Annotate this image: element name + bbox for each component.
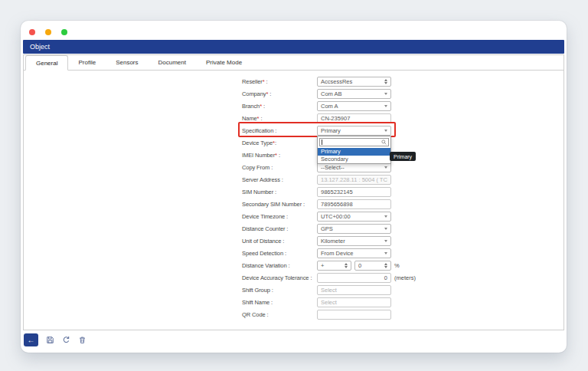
distance-counter-value: GPS bbox=[321, 225, 333, 232]
server-address-input bbox=[317, 175, 391, 185]
specification-dropdown-panel: Primary Secondary bbox=[317, 136, 391, 164]
chevron-down-icon bbox=[384, 228, 387, 230]
shift-group-input[interactable] bbox=[317, 285, 391, 295]
field-row-unit-of-distance: Unit of Distance : Kilometer bbox=[24, 235, 564, 247]
tab-sensors[interactable]: Sensors bbox=[106, 55, 148, 70]
field-row-company: Company* : Com AB bbox=[24, 87, 564, 100]
distance-counter-select[interactable]: GPS bbox=[317, 224, 391, 234]
chevron-down-icon bbox=[384, 240, 387, 242]
stepper-icon bbox=[345, 263, 348, 268]
field-row-copy-from: Copy From : --Select-- bbox=[24, 161, 564, 173]
percent-suffix: % bbox=[394, 262, 400, 269]
shift-name-input[interactable] bbox=[317, 297, 391, 307]
branch-select[interactable]: Com A bbox=[317, 101, 391, 111]
company-value: Com AB bbox=[321, 90, 342, 97]
save-button[interactable] bbox=[45, 336, 54, 345]
company-select[interactable]: Com AB bbox=[317, 89, 391, 99]
chevron-down-icon bbox=[384, 215, 387, 218]
field-row-specification: Specification : Primary bbox=[24, 124, 564, 136]
sim-number-input[interactable] bbox=[317, 187, 391, 197]
field-row-shift-group: Shift Group : bbox=[24, 284, 564, 296]
trash-icon bbox=[78, 336, 87, 344]
field-row-device-accuracy-tolerance: Device Accuracy Tolerance : (meters) bbox=[24, 271, 564, 284]
shift-group-label: Shift Group bbox=[242, 287, 270, 294]
reseller-value: AccsessRes bbox=[321, 78, 352, 85]
reseller-label: Reseller bbox=[242, 78, 263, 85]
dropdown-option-primary[interactable]: Primary bbox=[318, 148, 390, 156]
specification-value: Primary bbox=[321, 127, 341, 134]
unit-of-distance-label: Unit of Distance bbox=[242, 238, 281, 245]
stepper-icon bbox=[384, 79, 387, 84]
shift-name-label: Shift Name bbox=[242, 299, 270, 306]
page-title: Object bbox=[30, 43, 50, 51]
secondary-sim-number-label: Secondary SIM Number bbox=[242, 201, 302, 208]
device-timezone-value: UTC+00:00 bbox=[321, 213, 351, 220]
device-accuracy-tolerance-label: Device Accuracy Tolerance bbox=[242, 274, 309, 281]
tab-general[interactable]: General bbox=[25, 55, 68, 71]
speed-detection-label: Speed Detection bbox=[242, 250, 283, 257]
variation-sign-select[interactable]: + bbox=[317, 261, 351, 271]
text-cursor bbox=[322, 140, 322, 145]
stepper-icon bbox=[384, 263, 387, 268]
dropdown-search-input[interactable] bbox=[319, 138, 389, 146]
reseller-select[interactable]: AccsessRes bbox=[317, 77, 391, 87]
meters-suffix: (meters) bbox=[394, 274, 416, 281]
distance-variation-label: Distance Variation bbox=[242, 262, 287, 269]
field-row-device-timezone: Device Timezone : UTC+00:00 bbox=[24, 210, 564, 222]
speed-detection-select[interactable]: From Device bbox=[317, 248, 391, 258]
minimize-button[interactable] bbox=[45, 29, 51, 35]
field-row-device-type: Device Type*: bbox=[24, 136, 564, 149]
titlebar: Object bbox=[23, 40, 564, 54]
field-row-branch: Branch* : Com A bbox=[24, 100, 564, 112]
tab-profile[interactable]: Profile bbox=[68, 55, 106, 70]
branch-value: Com A bbox=[321, 103, 338, 110]
chevron-down-icon bbox=[384, 93, 387, 95]
field-row-distance-counter: Distance Counter : GPS bbox=[24, 222, 564, 235]
field-row-sim-number: SIM Number : bbox=[24, 186, 564, 198]
save-icon bbox=[46, 336, 54, 344]
field-row-qr-code: QR Code : bbox=[24, 308, 564, 320]
device-timezone-label: Device Timezone bbox=[242, 213, 285, 220]
company-label: Company bbox=[242, 90, 266, 97]
app-window: Object General Profile Sensors Document … bbox=[21, 21, 567, 353]
chevron-down-icon bbox=[384, 105, 387, 107]
device-type-label: Device Type bbox=[242, 140, 273, 146]
secondary-sim-number-input[interactable] bbox=[317, 199, 391, 209]
unit-of-distance-select[interactable]: Kilometer bbox=[317, 236, 391, 246]
dropdown-option-secondary[interactable]: Secondary bbox=[318, 156, 390, 163]
field-row-distance-variation: Distance Variation : + 0 % bbox=[24, 259, 564, 271]
name-input[interactable] bbox=[317, 113, 391, 123]
back-button[interactable]: ← bbox=[24, 333, 38, 346]
field-row-secondary-sim-number: Secondary SIM Number : bbox=[24, 198, 564, 210]
speed-detection-value: From Device bbox=[321, 250, 354, 257]
variation-sign-value: + bbox=[321, 262, 324, 269]
server-address-label: Server Address bbox=[242, 176, 280, 183]
close-button[interactable] bbox=[29, 29, 35, 35]
tab-private-mode[interactable]: Private Mode bbox=[196, 55, 252, 70]
tooltip: Primary bbox=[390, 152, 416, 161]
refresh-button[interactable] bbox=[61, 336, 70, 345]
qr-code-input[interactable] bbox=[317, 310, 391, 320]
field-row-speed-detection: Speed Detection : From Device bbox=[24, 247, 564, 259]
delete-button[interactable] bbox=[77, 336, 87, 345]
variation-number-select[interactable]: 0 bbox=[354, 261, 391, 271]
field-row-server-address: Server Address : bbox=[24, 173, 564, 186]
arrow-left-icon: ← bbox=[28, 336, 35, 344]
device-timezone-select[interactable]: UTC+00:00 bbox=[317, 212, 391, 222]
tab-panel: General Profile Sensors Document Private… bbox=[23, 54, 564, 330]
specification-select[interactable]: Primary bbox=[317, 126, 391, 136]
chevron-down-icon bbox=[384, 252, 387, 254]
field-row-reseller: Reseller* : AccsessRes bbox=[24, 75, 564, 87]
search-icon bbox=[381, 140, 387, 145]
refresh-icon bbox=[62, 336, 70, 344]
variation-number-value: 0 bbox=[358, 262, 361, 269]
tab-document[interactable]: Document bbox=[149, 55, 196, 70]
device-accuracy-tolerance-input[interactable] bbox=[317, 273, 391, 283]
copy-from-label: Copy From bbox=[242, 164, 270, 171]
field-row-imei-number: IMEI Number* : bbox=[24, 149, 564, 161]
chevron-down-icon bbox=[384, 166, 387, 169]
maximize-button[interactable] bbox=[61, 29, 67, 35]
branch-label: Branch bbox=[242, 103, 260, 110]
object-form: Reseller* : AccsessRes Company* : Com AB… bbox=[24, 71, 564, 320]
unit-of-distance-value: Kilometer bbox=[321, 238, 345, 245]
